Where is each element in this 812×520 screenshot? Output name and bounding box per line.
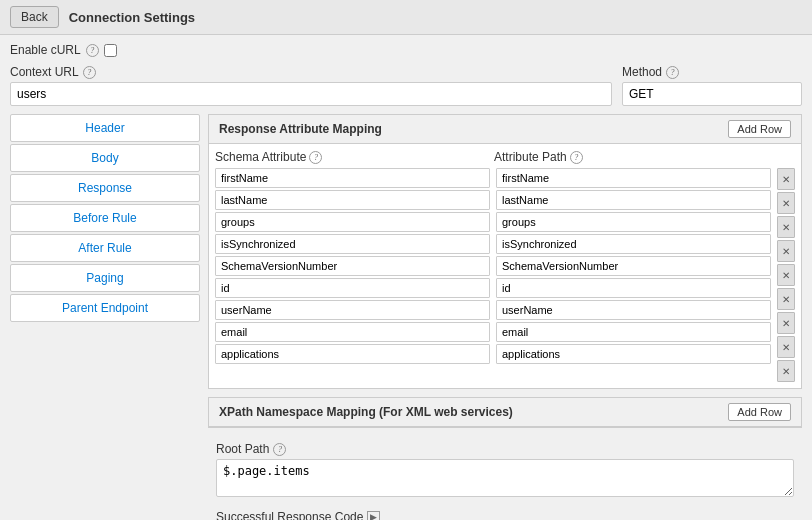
schema-input-0[interactable] [215,168,490,188]
success-code-expand-icon[interactable]: ▶ [367,511,380,521]
path-input-8[interactable] [496,344,771,364]
sidebar-item-parent-endpoint[interactable]: Parent Endpoint [10,294,200,322]
schema-col-header: Schema Attribute ? [215,150,488,164]
right-panel: Response Attribute Mapping Add Row Schem… [208,114,802,520]
two-col-layout: Header Body Response Before Rule After R… [10,114,802,520]
schema-input-7[interactable] [215,322,490,342]
delete-row-btn-8[interactable]: ✕ [777,360,795,382]
url-method-row: Context URL ? Method ? [10,65,802,106]
sidebar-item-header[interactable]: Header [10,114,200,142]
mapping-column-headers: Schema Attribute ? Attribute Path ? [215,150,795,164]
root-path-help-icon[interactable]: ? [273,443,286,456]
response-mapping-header: Response Attribute Mapping Add Row [209,115,801,144]
enable-curl-row: Enable cURL ? [10,43,802,57]
sidebar-item-paging[interactable]: Paging [10,264,200,292]
context-url-label: Context URL ? [10,65,612,79]
root-path-textarea[interactable] [216,459,794,497]
delete-row-btn-3[interactable]: ✕ [777,240,795,262]
delete-row-btn-2[interactable]: ✕ [777,216,795,238]
schema-inputs-col [215,168,490,382]
schema-input-1[interactable] [215,190,490,210]
path-input-1[interactable] [496,190,771,210]
schema-input-2[interactable] [215,212,490,232]
back-button[interactable]: Back [10,6,59,28]
schema-input-5[interactable] [215,278,490,298]
delete-row-btn-7[interactable]: ✕ [777,336,795,358]
path-col-header: Attribute Path ? [494,150,767,164]
response-mapping-add-row-button[interactable]: Add Row [728,120,791,138]
path-input-4[interactable] [496,256,771,276]
sidebar-item-before-rule[interactable]: Before Rule [10,204,200,232]
main-content: Enable cURL ? Context URL ? Method ? Hea… [0,35,812,520]
xpath-mapping-section: XPath Namespace Mapping (For XML web ser… [208,397,802,428]
method-label: Method ? [622,65,802,79]
path-input-6[interactable] [496,300,771,320]
schema-input-6[interactable] [215,300,490,320]
context-url-help-icon[interactable]: ? [83,66,96,79]
path-input-5[interactable] [496,278,771,298]
root-path-section: Root Path ? [208,436,802,506]
schema-input-3[interactable] [215,234,490,254]
success-code-section: Successful Response Code ▶ [208,506,802,520]
xpath-add-row-button[interactable]: Add Row [728,403,791,421]
enable-curl-label: Enable cURL [10,43,81,57]
schema-input-4[interactable] [215,256,490,276]
response-mapping-title: Response Attribute Mapping [219,122,382,136]
response-mapping-section: Response Attribute Mapping Add Row Schem… [208,114,802,389]
success-code-label: Successful Response Code ▶ [216,510,794,520]
method-group: Method ? [622,65,802,106]
response-mapping-table: Schema Attribute ? Attribute Path ? ✕✕✕✕… [209,144,801,388]
path-input-3[interactable] [496,234,771,254]
mapping-data-rows: ✕✕✕✕✕✕✕✕✕ [215,168,795,382]
sidebar-item-body[interactable]: Body [10,144,200,172]
path-input-7[interactable] [496,322,771,342]
root-path-label: Root Path ? [216,442,794,456]
xpath-mapping-header: XPath Namespace Mapping (For XML web ser… [209,398,801,427]
schema-col-help-icon[interactable]: ? [309,151,322,164]
delete-row-btn-6[interactable]: ✕ [777,312,795,334]
delete-col: ✕✕✕✕✕✕✕✕✕ [777,168,795,382]
path-inputs-col [496,168,771,382]
context-url-group: Context URL ? [10,65,612,106]
left-sidebar: Header Body Response Before Rule After R… [10,114,200,520]
path-col-help-icon[interactable]: ? [570,151,583,164]
path-input-2[interactable] [496,212,771,232]
schema-input-8[interactable] [215,344,490,364]
delete-row-btn-5[interactable]: ✕ [777,288,795,310]
page-title: Connection Settings [69,10,195,25]
enable-curl-help-icon[interactable]: ? [86,44,99,57]
xpath-mapping-title: XPath Namespace Mapping (For XML web ser… [219,405,513,419]
context-url-input[interactable] [10,82,612,106]
sidebar-item-response[interactable]: Response [10,174,200,202]
delete-row-btn-4[interactable]: ✕ [777,264,795,286]
enable-curl-checkbox[interactable] [104,44,117,57]
delete-row-btn-1[interactable]: ✕ [777,192,795,214]
sidebar-item-after-rule[interactable]: After Rule [10,234,200,262]
method-input[interactable] [622,82,802,106]
method-help-icon[interactable]: ? [666,66,679,79]
delete-row-btn-0[interactable]: ✕ [777,168,795,190]
path-input-0[interactable] [496,168,771,188]
top-bar: Back Connection Settings [0,0,812,35]
